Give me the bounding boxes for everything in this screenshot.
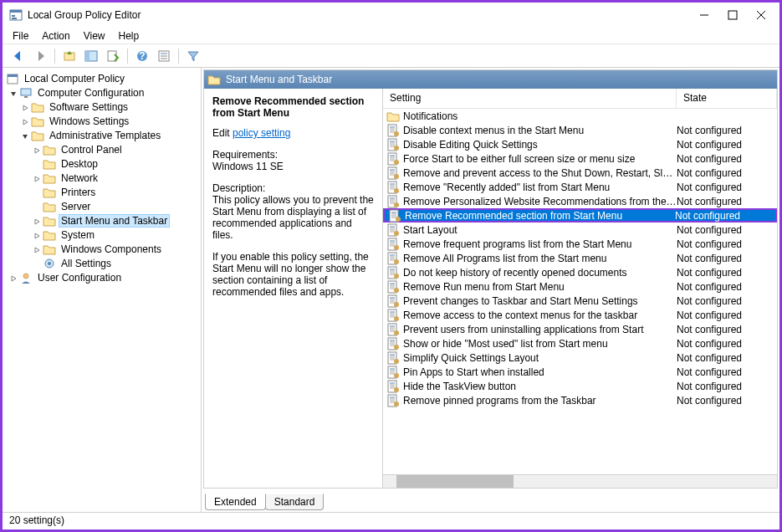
tree-printers[interactable]: Printers xyxy=(3,185,201,199)
policy-icon xyxy=(388,209,401,223)
policy-setting-label: Do not keep history of recently opened d… xyxy=(403,267,677,279)
minimize-button[interactable] xyxy=(699,10,709,20)
svg-point-66 xyxy=(396,217,401,222)
tree-all-settings[interactable]: All Settings xyxy=(3,256,201,270)
close-button[interactable] xyxy=(756,10,766,20)
maximize-button[interactable] xyxy=(728,10,738,20)
policy-row[interactable]: Remove pinned programs from the TaskbarN… xyxy=(383,393,777,407)
edit-policy-link[interactable]: policy setting xyxy=(233,127,290,139)
menu-action[interactable]: Action xyxy=(42,30,69,42)
forward-button[interactable] xyxy=(31,47,49,65)
policy-state-label: Not configured xyxy=(677,139,777,151)
svg-point-23 xyxy=(48,262,51,265)
navigation-tree[interactable]: Local Computer Policy Computer Configura… xyxy=(3,68,202,512)
help-button[interactable]: ? xyxy=(133,47,151,65)
policy-row[interactable]: Start LayoutNot configured xyxy=(383,223,777,237)
tree-windows-components[interactable]: Windows Components xyxy=(3,242,201,256)
tree-admin-templates[interactable]: Administrative Templates xyxy=(3,128,201,142)
policy-row[interactable]: Remove access to the context menus for t… xyxy=(383,308,777,322)
policy-row[interactable]: Prevent users from uninstalling applicat… xyxy=(383,322,777,336)
policy-list[interactable]: NotificationsDisable context menus in th… xyxy=(383,109,777,474)
svg-rect-20 xyxy=(21,89,31,95)
policy-icon xyxy=(386,394,400,407)
up-button[interactable] xyxy=(60,47,79,65)
chevron-right-icon[interactable] xyxy=(21,117,29,125)
policy-row[interactable]: Simplify Quick Settings LayoutNot config… xyxy=(383,350,777,365)
tab-standard[interactable]: Standard xyxy=(265,494,325,510)
chevron-right-icon[interactable] xyxy=(33,146,41,154)
policy-row[interactable]: Remove Personalized Website Recommendati… xyxy=(383,194,777,208)
tree-user-config[interactable]: User Configuration xyxy=(3,270,201,284)
chevron-down-icon[interactable] xyxy=(9,89,18,97)
policy-row[interactable]: Prevent changes to Taskbar and Start Men… xyxy=(383,294,777,308)
svg-point-60 xyxy=(394,202,399,207)
filter-button[interactable] xyxy=(184,47,202,65)
tree-server[interactable]: Server xyxy=(3,199,201,213)
policy-icon xyxy=(386,152,400,166)
separator xyxy=(127,49,128,64)
selected-policy-title: Remove Recommended section from Start Me… xyxy=(212,95,374,119)
policy-state-label: Not configured xyxy=(677,295,777,307)
description-pane: Remove Recommended section from Start Me… xyxy=(204,89,383,488)
back-button[interactable] xyxy=(9,47,28,65)
tree-network[interactable]: Network xyxy=(3,171,201,185)
column-setting[interactable]: Setting xyxy=(383,89,677,108)
description-text: This policy allows you to prevent the St… xyxy=(212,194,374,241)
policy-row[interactable]: Pin Apps to Start when installedNot conf… xyxy=(383,365,777,379)
tree-start-menu-taskbar[interactable]: Start Menu and Taskbar xyxy=(3,213,201,228)
svg-point-144 xyxy=(394,402,399,407)
policy-row[interactable]: Remove and prevent access to the Shut Do… xyxy=(383,166,777,180)
policy-icon xyxy=(386,309,400,322)
horizontal-scrollbar[interactable] xyxy=(383,474,777,488)
folder-icon xyxy=(43,186,56,199)
policy-row[interactable]: Hide the TaskView buttonNot configured xyxy=(383,379,777,393)
policy-state-label: Not configured xyxy=(677,182,777,193)
policy-row[interactable]: Remove Recommended section from Start Me… xyxy=(383,208,777,223)
chevron-right-icon[interactable] xyxy=(21,103,29,111)
menu-help[interactable]: Help xyxy=(119,30,140,42)
chevron-right-icon[interactable] xyxy=(33,217,41,225)
properties-button[interactable] xyxy=(155,47,173,65)
tree-root[interactable]: Local Computer Policy xyxy=(3,71,201,85)
user-icon xyxy=(19,271,33,284)
policy-setting-label: Remove Personalized Website Recommendati… xyxy=(403,196,677,207)
policy-row[interactable]: Disable context menus in the Start MenuN… xyxy=(383,123,777,137)
policy-row[interactable]: Remove All Programs list from the Start … xyxy=(383,251,777,265)
separator xyxy=(178,49,179,64)
content-header: Start Menu and Taskbar xyxy=(204,70,777,89)
policy-row[interactable]: Notifications xyxy=(383,109,777,123)
tab-extended[interactable]: Extended xyxy=(205,494,266,510)
tree-control-panel[interactable]: Control Panel xyxy=(3,142,201,156)
content-header-title: Start Menu and Taskbar xyxy=(226,74,332,85)
policy-icon xyxy=(386,181,400,194)
tree-software-settings[interactable]: Software Settings xyxy=(3,100,201,114)
menu-file[interactable]: File xyxy=(13,30,28,42)
policy-row[interactable]: Remove frequent programs list from the S… xyxy=(383,237,777,251)
chevron-right-icon[interactable] xyxy=(9,274,18,282)
menu-view[interactable]: View xyxy=(84,30,105,42)
svg-point-126 xyxy=(394,359,399,364)
tree-system[interactable]: System xyxy=(3,228,201,242)
chevron-right-icon[interactable] xyxy=(33,174,41,182)
policy-setting-label: Disable Editing Quick Settings xyxy=(403,139,677,151)
chevron-down-icon[interactable] xyxy=(21,131,29,140)
svg-point-114 xyxy=(394,330,399,335)
show-hide-tree-button[interactable] xyxy=(82,47,100,65)
policy-row[interactable]: Do not keep history of recently opened d… xyxy=(383,265,777,279)
policy-row[interactable]: Remove "Recently added" list from Start … xyxy=(383,180,777,194)
svg-point-36 xyxy=(394,146,399,151)
tree-desktop[interactable]: Desktop xyxy=(3,156,201,171)
export-list-button[interactable] xyxy=(104,47,122,65)
scrollbar-thumb[interactable] xyxy=(396,475,514,488)
tree-windows-settings[interactable]: Windows Settings xyxy=(3,114,201,128)
svg-point-72 xyxy=(394,231,399,236)
policy-setting-label: Pin Apps to Start when installed xyxy=(403,366,677,378)
tree-computer-config[interactable]: Computer Configuration xyxy=(3,85,201,100)
column-state[interactable]: State xyxy=(677,89,777,108)
chevron-right-icon[interactable] xyxy=(33,245,41,253)
policy-row[interactable]: Show or hide "Most used" list from Start… xyxy=(383,336,777,350)
policy-row[interactable]: Disable Editing Quick SettingsNot config… xyxy=(383,137,777,151)
policy-row[interactable]: Remove Run menu from Start MenuNot confi… xyxy=(383,279,777,294)
policy-row[interactable]: Force Start to be either full screen siz… xyxy=(383,151,777,166)
chevron-right-icon[interactable] xyxy=(33,231,41,239)
